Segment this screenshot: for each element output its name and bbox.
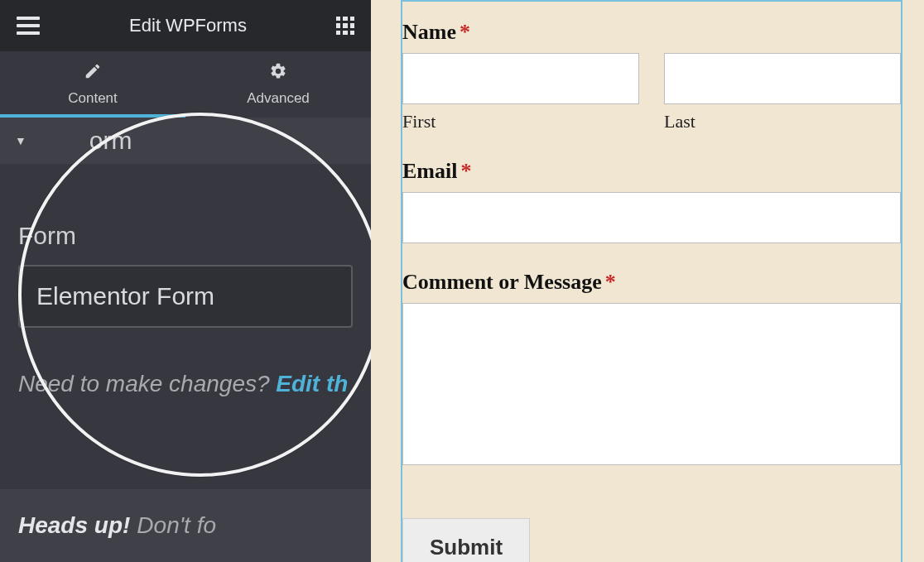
- last-name-input[interactable]: [664, 53, 901, 104]
- tab-advanced[interactable]: Advanced: [185, 51, 371, 118]
- field-email: Email*: [402, 159, 901, 243]
- heads-up-strong: Heads up!: [18, 512, 130, 539]
- gear-icon: [269, 62, 287, 85]
- first-sublabel: First: [402, 111, 639, 132]
- comment-textarea[interactable]: [402, 303, 901, 465]
- form-preview: Name* First Last Email* Comment or: [371, 0, 924, 562]
- name-label: Name*: [402, 20, 901, 45]
- form-select-value: Elementor Form: [36, 282, 214, 310]
- first-name-input[interactable]: [402, 53, 639, 104]
- tab-content-label: Content: [68, 90, 118, 107]
- control-form-label: Form: [18, 222, 353, 250]
- elementor-sidebar: Edit WPForms Content Advanced ▼ orm Form…: [0, 0, 371, 562]
- comment-label-text: Comment or Message: [402, 270, 602, 294]
- panel-body: Form Elementor Form Need to make changes…: [0, 164, 371, 400]
- email-input[interactable]: [402, 192, 901, 243]
- panel-tabs: Content Advanced: [0, 51, 371, 118]
- form-select[interactable]: Elementor Form: [18, 265, 353, 328]
- panel-title: Edit WPForms: [129, 15, 247, 36]
- required-marker: *: [605, 270, 616, 294]
- comment-label: Comment or Message*: [402, 270, 901, 295]
- name-label-text: Name: [402, 20, 456, 44]
- tab-content[interactable]: Content: [0, 51, 185, 118]
- pencil-icon: [84, 62, 102, 85]
- widgets-grid-icon[interactable]: [336, 17, 354, 35]
- chevron-down-icon: ▼: [15, 134, 26, 147]
- required-marker: *: [460, 20, 470, 44]
- hamburger-menu-icon[interactable]: [17, 17, 40, 35]
- heads-up-rest: Don't fo: [137, 512, 216, 539]
- submit-button[interactable]: Submit: [402, 518, 530, 562]
- hint-prefix: Need to make changes?: [18, 371, 276, 396]
- section-title: orm: [89, 127, 132, 155]
- email-label: Email*: [402, 159, 901, 184]
- tab-advanced-label: Advanced: [247, 90, 310, 107]
- field-comment: Comment or Message*: [402, 270, 901, 468]
- email-label-text: Email: [402, 159, 457, 183]
- sidebar-topbar: Edit WPForms: [0, 0, 371, 51]
- last-sublabel: Last: [664, 111, 901, 132]
- required-marker: *: [460, 159, 471, 183]
- section-form-header[interactable]: ▼ orm: [0, 118, 371, 164]
- edit-form-link[interactable]: Edit th: [276, 371, 348, 396]
- form-container[interactable]: Name* First Last Email* Comment or: [401, 0, 902, 562]
- field-name: Name* First Last: [402, 20, 901, 132]
- heads-up-notice: Heads up! Don't fo: [0, 489, 371, 562]
- edit-form-hint: Need to make changes? Edit th: [18, 367, 353, 400]
